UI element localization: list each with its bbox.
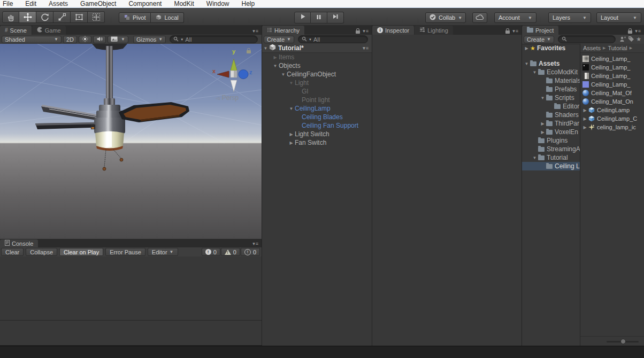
- collapse-arrow-icon[interactable]: ▶: [539, 130, 546, 135]
- local-toggle-button[interactable]: Local: [151, 12, 183, 23]
- rect-tool-button[interactable]: [71, 11, 88, 23]
- error-pause-button[interactable]: Error Pause: [105, 248, 145, 256]
- collapse-arrow-icon[interactable]: ▶: [272, 55, 279, 60]
- folder-row-voxelengine[interactable]: ▶VoxelEn: [522, 128, 580, 136]
- hierarchy-item-fan-switch[interactable]: ▶Fan Switch: [262, 138, 372, 147]
- layers-dropdown[interactable]: Layers ▼: [548, 12, 591, 23]
- hierarchy-item-ceiling-blades[interactable]: Ceiling Blades: [262, 113, 372, 121]
- menu-edit[interactable]: Edit: [25, 0, 36, 7]
- menu-window[interactable]: Window: [206, 0, 229, 7]
- tab-console[interactable]: Console: [0, 239, 38, 247]
- menu-gameobject[interactable]: GameObject: [80, 0, 116, 7]
- menu-help[interactable]: Help: [242, 0, 255, 7]
- cloud-button[interactable]: [472, 12, 487, 23]
- step-button[interactable]: [327, 12, 344, 24]
- hierarchy-item-light-switch[interactable]: ▶Light Switch: [262, 130, 372, 138]
- lock-icon[interactable]: [505, 30, 510, 34]
- play-button[interactable]: [294, 12, 311, 24]
- folder-row-scripts[interactable]: ▼Scripts: [522, 94, 580, 102]
- asset-row-lamp-icon[interactable]: ▶celing_lamp_ic: [580, 123, 644, 131]
- expand-arrow-icon[interactable]: ▼: [288, 106, 295, 111]
- clear-button[interactable]: Clear: [1, 248, 24, 256]
- menu-assets[interactable]: Assets: [49, 0, 68, 7]
- tab-lighting[interactable]: Lighting: [415, 26, 453, 35]
- tab-menu-icon[interactable]: ▾≡: [512, 28, 519, 34]
- viewport-lock-icon[interactable]: [247, 50, 251, 53]
- hierarchy-item-objects[interactable]: ▼Objects: [262, 61, 372, 70]
- hand-tool-button[interactable]: [2, 11, 19, 23]
- tab-project[interactable]: Project: [522, 26, 558, 35]
- collapse-arrow-icon[interactable]: ▶: [582, 116, 587, 121]
- expand-arrow-icon[interactable]: ▼: [531, 70, 538, 75]
- transform-tool-button[interactable]: [88, 11, 105, 23]
- gizmos-dropdown[interactable]: Gizmos ▼: [133, 36, 166, 43]
- collapse-arrow-icon[interactable]: ▶: [288, 132, 295, 137]
- asset-row-texture-3[interactable]: Ceiling_Lamp_: [580, 72, 644, 80]
- scale-tool-button[interactable]: [53, 11, 71, 23]
- expand-arrow-icon[interactable]: ▼: [262, 46, 269, 51]
- hierarchy-item-ceilinglamp[interactable]: ▼CeilingLamp: [262, 104, 372, 113]
- hierarchy-item-point-light[interactable]: Point light: [262, 96, 372, 104]
- breadcrumb-tutorial[interactable]: Tutorial: [608, 45, 627, 51]
- effects-dropdown[interactable]: ▼: [108, 36, 128, 43]
- favorites-filter-icon[interactable]: ★: [636, 36, 641, 43]
- slider-knob[interactable]: [620, 339, 626, 344]
- hierarchy-item-light[interactable]: ▼Light: [262, 79, 372, 87]
- tab-menu-icon[interactable]: ▾≡: [252, 28, 259, 34]
- hierarchy-item-ceilingfanobject[interactable]: ▼CeilingFanObject: [262, 70, 372, 79]
- collapse-arrow-icon[interactable]: ▶: [539, 121, 546, 126]
- hierarchy-item-ceiling-fan-support[interactable]: Ceiling Fan Support: [262, 121, 372, 130]
- lock-icon[interactable]: [628, 30, 632, 34]
- clear-on-play-button[interactable]: Clear on Play: [59, 248, 103, 256]
- folder-row-prefabs[interactable]: Prefabs: [522, 85, 580, 94]
- project-search-input[interactable]: [558, 35, 616, 43]
- asset-row-prefab-ceilinglamp[interactable]: ▶CeilingLamp: [580, 106, 644, 114]
- asset-row-prefab-ceilinglamp-c[interactable]: ▶CeilingLamp_C: [580, 114, 644, 123]
- lock-icon[interactable]: [356, 30, 360, 34]
- account-dropdown[interactable]: Account ▼: [494, 12, 536, 23]
- scene-search-input[interactable]: ▼ All: [170, 35, 258, 43]
- pivot-toggle-button[interactable]: Pivot: [119, 12, 151, 23]
- error-count-toggle[interactable]: ! 0: [202, 248, 220, 256]
- collapse-button[interactable]: Collapse: [26, 248, 57, 256]
- asset-row-texture-4[interactable]: Ceiling_Lamp_: [580, 80, 644, 89]
- scene-viewport[interactable]: y x z ◅ Persp: [0, 44, 262, 239]
- folder-row-assets[interactable]: ▼Assets: [522, 59, 580, 68]
- collab-dropdown[interactable]: Collab ▼: [425, 12, 466, 23]
- expand-arrow-icon[interactable]: ▼: [280, 72, 287, 77]
- collapse-arrow-icon[interactable]: ▶: [288, 141, 295, 145]
- hierarchy-item-items[interactable]: ▶Items: [262, 53, 372, 61]
- asset-row-texture-1[interactable]: Ceiling_Lamp_: [580, 55, 644, 63]
- move-tool-button[interactable]: [19, 11, 36, 23]
- tab-game[interactable]: Game: [32, 26, 66, 35]
- folder-row-tutorial[interactable]: ▼Tutorial: [522, 153, 580, 162]
- shaded-dropdown[interactable]: Shaded ▼: [2, 36, 62, 43]
- breadcrumb-assets[interactable]: Assets: [583, 45, 601, 51]
- tab-hierarchy[interactable]: Hierarchy: [262, 26, 304, 35]
- hierarchy-create-dropdown[interactable]: Create ▼: [264, 36, 294, 43]
- gizmo-z-axis[interactable]: z: [249, 69, 252, 75]
- favorites-row[interactable]: ▶ ★ Favorites: [522, 44, 580, 52]
- expand-arrow-icon[interactable]: ▼: [272, 64, 279, 68]
- gizmo-y-axis[interactable]: y: [232, 48, 235, 55]
- search-by-label-icon[interactable]: [628, 36, 634, 43]
- slider-track[interactable]: [607, 341, 639, 343]
- folder-row-materials[interactable]: Materials: [522, 76, 580, 85]
- folder-row-shaders[interactable]: Shaders: [522, 111, 580, 119]
- expand-arrow-icon[interactable]: ▼: [531, 155, 538, 160]
- folder-row-ceiling-lamp-selected[interactable]: Ceiling L: [522, 162, 580, 170]
- audio-toggle-button[interactable]: [93, 36, 106, 43]
- folder-row-streamingassets[interactable]: StreamingA: [522, 145, 580, 153]
- asset-row-texture-2[interactable]: Ceiling_Lamp_: [580, 63, 644, 72]
- warning-count-toggle[interactable]: ! 0: [221, 248, 240, 256]
- lighting-toggle-button[interactable]: [79, 36, 91, 43]
- folder-row-thirdparty[interactable]: ▶ThirdPar: [522, 119, 580, 128]
- tab-menu-icon[interactable]: ▾≡: [252, 241, 259, 246]
- expand-arrow-icon[interactable]: ▼: [523, 61, 530, 66]
- menu-modkit[interactable]: ModKit: [174, 0, 194, 7]
- expand-arrow-icon[interactable]: ▼: [539, 96, 546, 100]
- tab-scene[interactable]: # Scene: [0, 26, 32, 35]
- message-count-toggle[interactable]: ! 0: [241, 248, 260, 256]
- folder-row-ecomodkit[interactable]: ▼EcoModKit: [522, 68, 580, 76]
- 2d-toggle-button[interactable]: 2D: [63, 36, 77, 43]
